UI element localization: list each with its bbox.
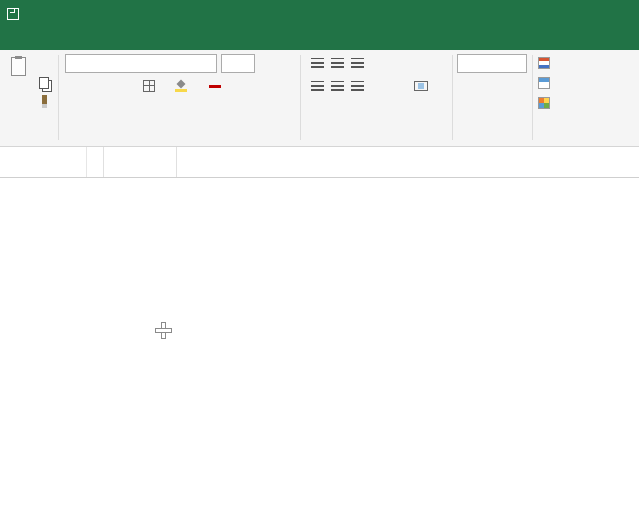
- format-painter-icon: [42, 95, 47, 108]
- clipboard-mini-buttons: [34, 55, 54, 110]
- undo-button[interactable]: [29, 6, 43, 22]
- align-bottom-button[interactable]: [347, 54, 367, 71]
- format-as-table-icon: [538, 77, 550, 89]
- merge-center-dropdown[interactable]: [429, 77, 439, 94]
- formula-bar-splitter[interactable]: [103, 147, 114, 177]
- fill-color-dropdown[interactable]: [187, 77, 197, 94]
- align-right-button[interactable]: [347, 77, 367, 94]
- align-left-button[interactable]: [307, 77, 327, 94]
- title-bar: [0, 0, 639, 28]
- quick-access-toolbar: [6, 0, 89, 28]
- mouse-cursor-cross: [155, 322, 172, 339]
- borders-icon: [143, 80, 155, 92]
- enter-button[interactable]: [134, 147, 154, 177]
- fill-color-icon: [175, 80, 187, 92]
- number-group: [453, 50, 532, 146]
- number-format-combo[interactable]: [457, 54, 527, 73]
- align-middle-button[interactable]: [327, 54, 347, 71]
- align-bottom-icon: [351, 58, 364, 68]
- align-top-button[interactable]: [307, 54, 327, 71]
- align-top-icon: [311, 58, 324, 68]
- font-color-icon: [209, 84, 221, 88]
- formula-input[interactable]: [176, 147, 639, 177]
- qat-customize-button[interactable]: [75, 6, 89, 22]
- increase-decimal-button[interactable]: [457, 98, 481, 115]
- borders-dropdown[interactable]: [155, 77, 165, 94]
- accounting-format-dropdown[interactable]: [473, 77, 483, 94]
- name-box-dropdown[interactable]: [86, 147, 103, 177]
- excel-window: [0, 0, 639, 527]
- paste-icon: [11, 57, 26, 76]
- formula-bar: [0, 147, 639, 178]
- conditional-formatting-button[interactable]: [535, 54, 637, 72]
- insert-function-button[interactable]: [154, 147, 176, 177]
- align-center-button[interactable]: [327, 77, 347, 94]
- font-color-dropdown[interactable]: [221, 77, 231, 94]
- align-middle-icon: [331, 58, 344, 68]
- underline-dropdown[interactable]: [121, 77, 131, 94]
- align-center-icon: [331, 81, 344, 91]
- percent-style-button[interactable]: [487, 77, 507, 94]
- redo-button[interactable]: [52, 6, 66, 22]
- cell-styles-icon: [538, 97, 550, 109]
- ribbon-tab-bar: [0, 28, 639, 50]
- format-as-table-button[interactable]: [535, 74, 637, 92]
- worksheet-grid: [0, 178, 639, 527]
- name-box[interactable]: [0, 147, 86, 177]
- font-name-combo[interactable]: [65, 54, 217, 73]
- styles-group: [533, 50, 639, 146]
- save-icon: [7, 8, 19, 20]
- align-left-icon: [311, 81, 324, 91]
- format-painter-button[interactable]: [34, 93, 54, 110]
- comma-style-button[interactable]: [505, 77, 525, 94]
- merge-center-icon: [414, 81, 428, 91]
- save-button[interactable]: [6, 6, 20, 22]
- copy-icon: [39, 77, 49, 89]
- decrease-indent-button[interactable]: [371, 77, 391, 94]
- font-group: [59, 50, 300, 146]
- phonetic-dropdown[interactable]: [257, 77, 267, 94]
- wrap-text-button[interactable]: [405, 54, 425, 71]
- font-size-combo[interactable]: [221, 54, 255, 73]
- cancel-button[interactable]: [114, 147, 134, 177]
- copy-button[interactable]: [34, 74, 54, 91]
- paste-button[interactable]: [3, 54, 33, 118]
- cell-styles-button[interactable]: [535, 94, 637, 112]
- italic-button[interactable]: [87, 77, 107, 94]
- increase-indent-button[interactable]: [389, 77, 409, 94]
- merge-center-button[interactable]: [411, 77, 431, 94]
- clipboard-group: [0, 50, 58, 146]
- cut-button[interactable]: [34, 55, 54, 72]
- ribbon: [0, 50, 639, 147]
- bold-button[interactable]: [67, 77, 87, 94]
- orientation-dropdown[interactable]: [389, 54, 399, 71]
- conditional-formatting-icon: [538, 57, 550, 69]
- increase-font-button[interactable]: [259, 55, 279, 72]
- decrease-font-button[interactable]: [279, 55, 299, 72]
- alignment-group: [301, 50, 452, 146]
- align-right-icon: [351, 81, 364, 91]
- decrease-decimal-button[interactable]: [485, 98, 509, 115]
